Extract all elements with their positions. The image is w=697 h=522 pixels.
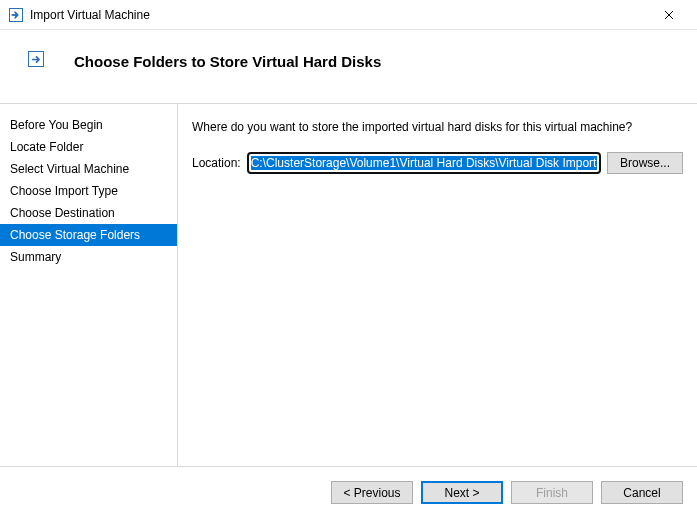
app-icon xyxy=(8,7,24,23)
browse-button[interactable]: Browse... xyxy=(607,152,683,174)
wizard-header: Choose Folders to Store Virtual Hard Dis… xyxy=(0,30,697,104)
finish-button: Finish xyxy=(511,481,593,504)
prompt-text: Where do you want to store the imported … xyxy=(192,120,683,134)
previous-button[interactable]: < Previous xyxy=(331,481,413,504)
wizard-content: Where do you want to store the imported … xyxy=(178,104,697,466)
page-title: Choose Folders to Store Virtual Hard Dis… xyxy=(74,53,381,70)
location-label: Location: xyxy=(192,156,241,170)
wizard-footer: < Previous Next > Finish Cancel xyxy=(0,466,697,518)
step-select-virtual-machine[interactable]: Select Virtual Machine xyxy=(0,158,177,180)
close-button[interactable] xyxy=(649,1,689,29)
wizard-header-icon xyxy=(20,51,52,71)
titlebar: Import Virtual Machine xyxy=(0,0,697,30)
window-title: Import Virtual Machine xyxy=(30,8,150,22)
step-locate-folder[interactable]: Locate Folder xyxy=(0,136,177,158)
step-before-you-begin[interactable]: Before You Begin xyxy=(0,114,177,136)
location-input[interactable] xyxy=(247,152,601,174)
step-summary[interactable]: Summary xyxy=(0,246,177,268)
cancel-button[interactable]: Cancel xyxy=(601,481,683,504)
step-choose-storage-folders[interactable]: Choose Storage Folders xyxy=(0,224,177,246)
wizard-body: Before You Begin Locate Folder Select Vi… xyxy=(0,104,697,466)
wizard-steps-sidebar: Before You Begin Locate Folder Select Vi… xyxy=(0,104,178,466)
location-row: Location: Browse... xyxy=(192,152,683,174)
step-choose-import-type[interactable]: Choose Import Type xyxy=(0,180,177,202)
step-choose-destination[interactable]: Choose Destination xyxy=(0,202,177,224)
next-button[interactable]: Next > xyxy=(421,481,503,504)
